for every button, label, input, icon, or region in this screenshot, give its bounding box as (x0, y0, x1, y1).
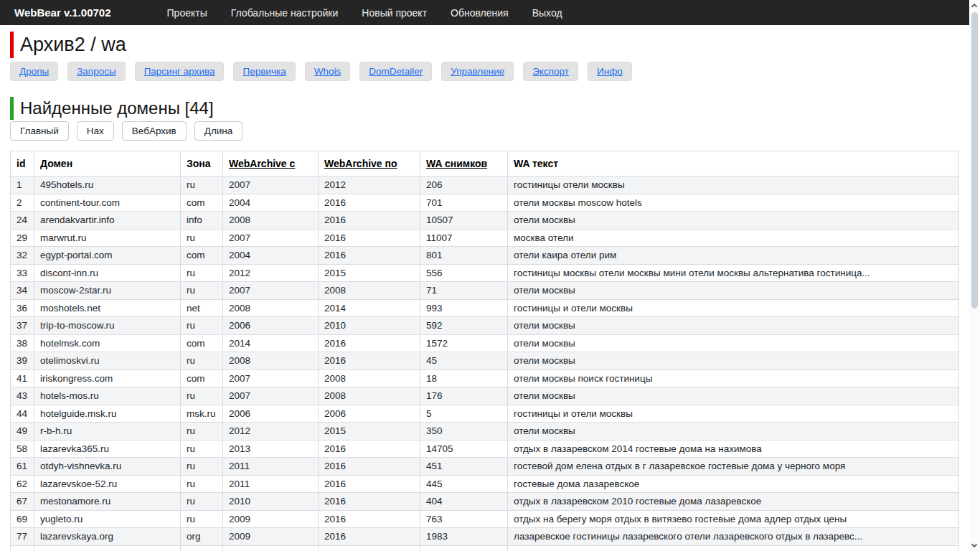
cell-wa-text (508, 545, 959, 551)
scrollbar-down-arrow-icon[interactable] (971, 542, 977, 547)
cell-zone: ru (181, 387, 223, 405)
cell-id: 38 (11, 334, 34, 352)
cell-domain: moshotels.net (34, 299, 181, 317)
tab-button[interactable]: Дропы (10, 62, 58, 81)
column-header-webarchive-to[interactable]: WebArchive по (319, 151, 420, 176)
cell-wa-text: лазаревское гостиницы лазаревского отели… (508, 528, 959, 546)
cell-wa-text: отели москвы (508, 423, 959, 441)
table-row: 33discont-inn.ruru20122015556гостиницы м… (11, 264, 959, 282)
nav-item[interactable]: Обновления (451, 7, 509, 19)
cell-webarchive-from: 2008 (223, 299, 319, 317)
cell-wa-snapshots: 18 (420, 369, 508, 387)
cell-webarchive-from: 2013 (223, 440, 319, 458)
cell-wa-snapshots: 451 (420, 458, 508, 476)
filter-button[interactable]: Главный (10, 121, 69, 141)
cell-id: 77 (11, 528, 34, 546)
tab-button[interactable]: Первичка (233, 62, 295, 81)
tab-button[interactable]: Whois (305, 62, 351, 81)
title-accent-bar (10, 32, 14, 58)
tab-button[interactable]: Управление (441, 62, 514, 81)
tab-button[interactable]: Запросы (67, 62, 125, 81)
table-row: 44hotelguide.msk.rumsk.ru200620065гостин… (11, 405, 959, 423)
filter-buttons: ГлавныйНахВебАрхивДлина (10, 121, 242, 141)
cell-domain: 495hotels.ru (34, 176, 181, 194)
nav-item[interactable]: Выход (532, 7, 562, 19)
nav-item[interactable]: Глобальные настройки (231, 7, 339, 19)
cell-webarchive-to: 2016 (319, 458, 420, 476)
cell-zone: info (181, 212, 223, 230)
cell-wa-snapshots: 445 (420, 475, 508, 493)
cell-webarchive-from: 2006 (223, 317, 319, 335)
cell-wa-text: отели москвы moscow hotels (508, 194, 959, 212)
cell-webarchive-from: 2011 (223, 475, 319, 493)
cell-wa-snapshots: 1983 (420, 528, 508, 546)
scrollbar-thumb[interactable] (971, 12, 978, 309)
filter-button[interactable]: ВебАрхив (122, 121, 187, 141)
cell-zone: ru (181, 493, 223, 511)
cell-zone: ru (181, 510, 223, 528)
filter-button[interactable]: Нах (77, 121, 114, 141)
cell-webarchive-to: 2016 (319, 493, 420, 511)
cell-webarchive-from: 2007 (223, 369, 319, 387)
table-row: 2continent-tour.comcom20042016701отели м… (11, 194, 959, 212)
tab-button[interactable]: Парсинг архива (135, 62, 225, 81)
cell-id: 36 (11, 299, 34, 317)
cell-wa-snapshots: 10507 (420, 212, 508, 230)
cell-zone: com (181, 334, 223, 352)
vertical-scrollbar[interactable] (969, 0, 980, 551)
section-accent-bar (10, 97, 14, 120)
cell-zone: ru (181, 475, 223, 493)
cell-webarchive-to: 2010 (319, 317, 420, 335)
cell-wa-text: отдых на берегу моря отдых в витязево го… (508, 510, 959, 528)
cell-id: 69 (11, 510, 34, 528)
cell-domain: continent-tour.com (34, 194, 181, 212)
nav-item[interactable]: Новый проект (362, 7, 427, 19)
cell-zone: ru (181, 440, 223, 458)
table-row: 39otelimoskvi.ruru2008201645отели москвы (11, 352, 959, 370)
tab-button[interactable]: Экспорт (523, 62, 578, 81)
cell-domain: otelimoskvi.ru (34, 352, 181, 370)
cell-wa-snapshots: 206 (420, 176, 508, 194)
cell-webarchive-from: 2007 (223, 176, 319, 194)
tab-button[interactable]: Инфо (588, 62, 632, 81)
cell-webarchive-to: 2016 (319, 334, 420, 352)
cell-wa-text: отели москвы (508, 387, 959, 405)
cell-webarchive-to: 2008 (319, 387, 420, 405)
cell-domain: lazarevskaya.org (34, 528, 181, 546)
tab-button[interactable]: DomDetailer (359, 62, 432, 81)
cell-webarchive-to: 2006 (319, 405, 420, 423)
cell-webarchive-to: 2016 (319, 510, 420, 528)
cell-wa-text: гостиницы москвы отели москвы мини отели… (508, 264, 959, 282)
cell-wa-snapshots: 71 (420, 282, 508, 300)
cell-id: 39 (11, 352, 34, 370)
filter-button[interactable]: Длина (194, 121, 243, 141)
archive-tabs: ДропыЗапросыПарсинг архиваПервичкаWhoisD… (10, 62, 632, 81)
column-header-zone: Зона (181, 151, 223, 176)
cell-domain: yugleto.ru (34, 510, 181, 528)
cell-id: 2 (11, 194, 34, 212)
scrollbar-up-arrow-icon[interactable] (971, 4, 977, 9)
cell-webarchive-from: 2008 (223, 212, 319, 230)
column-header-webarchive-from[interactable]: WebArchive с (223, 151, 319, 176)
cell-webarchive-from: 2010 (223, 493, 319, 511)
cell-wa-snapshots: 801 (420, 247, 508, 265)
column-header-domain: Домен (34, 151, 181, 176)
column-header-id: id (11, 151, 34, 176)
column-header-wa-snapshots[interactable]: WA снимков (420, 151, 508, 176)
cell-zone: org (181, 528, 223, 546)
cell-id: 34 (11, 282, 34, 300)
cell-wa-text: гостиницы и отели москвы (508, 405, 959, 423)
cell-webarchive-to: 2015 (319, 423, 420, 441)
cell-wa-text: отели каира отели рим (508, 247, 959, 265)
cell-wa-text: отели москвы (508, 282, 959, 300)
cell-id: 37 (11, 317, 34, 335)
cell-wa-snapshots: 556 (420, 264, 508, 282)
cell-wa-snapshots: 763 (420, 510, 508, 528)
cell-zone: com (181, 247, 223, 265)
cell-domain: hotelguide.msk.ru (34, 405, 181, 423)
nav-item[interactable]: Проекты (167, 7, 207, 19)
nav-menu: ПроектыГлобальные настройкиНовый проектО… (167, 7, 562, 19)
cell-wa-text: отели москвы (508, 334, 959, 352)
cell-zone: ru (181, 317, 223, 335)
cell-domain: iriskongress.com (34, 369, 181, 387)
